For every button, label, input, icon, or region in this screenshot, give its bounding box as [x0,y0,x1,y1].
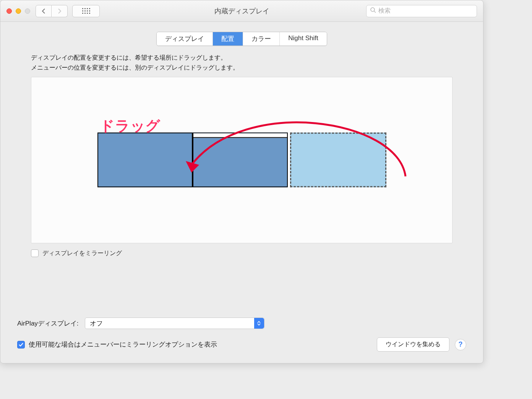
minimize-icon[interactable] [16,8,21,14]
svg-point-0 [371,8,375,11]
tab-color[interactable]: カラー [243,32,280,46]
menubar-indicator[interactable] [193,134,287,138]
svg-line-1 [374,11,376,13]
zoom-icon[interactable] [25,8,30,14]
preferences-window: 内蔵ディスプレイ 検索 ディスプレイ 配置 カラー Night Shift ディ… [0,0,483,363]
back-button[interactable] [36,5,52,17]
tab-display[interactable]: ディスプレイ [157,32,213,46]
display-primary[interactable] [193,133,288,187]
instruction-line1: ディスプレイの配置を変更するには、希望する場所にドラッグします。 [31,53,462,63]
mirror-label: ディスプレイをミラーリング [42,249,122,257]
content-area: ディスプレイ 配置 カラー Night Shift ディスプレイの配置を変更する… [0,22,483,271]
airplay-row: AirPlayディスプレイ: オフ [17,318,466,329]
segmented-control: ディスプレイ 配置 カラー Night Shift [156,32,327,46]
show-all-button[interactable] [72,5,100,17]
tab-night-shift[interactable]: Night Shift [280,32,326,46]
arrangement-box[interactable] [31,77,453,243]
instructions: ディスプレイの配置を変更するには、希望する場所にドラッグします。 メニューバーの… [31,53,462,73]
display-target[interactable] [97,133,193,187]
annotation-drag-label: ドラッグ [100,116,161,136]
mirror-checkbox[interactable] [31,249,39,257]
titlebar: 内蔵ディスプレイ 検索 [0,0,483,22]
tab-bar: ディスプレイ 配置 カラー Night Shift [21,32,462,46]
grid-icon [82,8,90,14]
show-mirror-label: 使用可能な場合はメニューバーにミラーリングオプションを表示 [29,340,217,349]
mirror-row: ディスプレイをミラーリング [31,249,453,257]
search-icon [370,7,376,15]
search-input[interactable]: 検索 [366,5,477,17]
tab-arrangement[interactable]: 配置 [213,32,243,46]
display-ghost[interactable] [290,133,386,187]
select-handle-icon [254,318,264,329]
nav-buttons [36,5,68,17]
help-button[interactable]: ? [455,339,466,350]
mirror-option-row: 使用可能な場合はメニューバーにミラーリングオプションを表示 ウインドウを集める … [17,337,466,352]
close-icon[interactable] [6,8,12,14]
show-mirror-checkbox[interactable] [17,341,25,349]
airplay-label: AirPlayディスプレイ: [17,319,79,328]
airplay-value: オフ [90,319,103,328]
forward-button[interactable] [52,5,68,17]
gather-windows-button[interactable]: ウインドウを集める [377,337,449,352]
help-icon: ? [459,340,463,349]
search-placeholder: 検索 [378,7,391,15]
bottom-controls: AirPlayディスプレイ: オフ 使用可能な場合はメニューバーにミラーリングオ… [0,318,483,352]
display-group [97,133,386,187]
airplay-select[interactable]: オフ [85,318,264,329]
arrangement-panel: ディスプレイの配置を変更するには、希望する場所にドラッグします。 メニューバーの… [21,53,462,257]
instruction-line2: メニューバーの位置を変更するには、別のディスプレイにドラッグします。 [31,63,462,73]
traffic-lights [6,8,30,14]
